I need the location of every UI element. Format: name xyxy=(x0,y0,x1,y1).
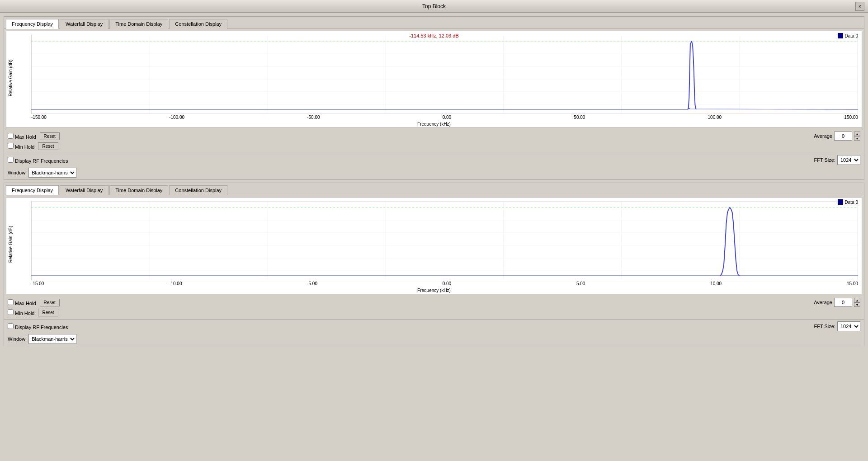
title-bar: Top Block × xyxy=(0,0,868,13)
svg-rect-22 xyxy=(31,35,858,114)
average-section-1: Average 0 ▲ ▼ xyxy=(814,132,860,141)
x-axis-label-1: Frequency (kHz) xyxy=(6,121,862,127)
min-hold-reset-2[interactable]: Reset xyxy=(38,309,58,316)
min-hold-checkbox-1[interactable] xyxy=(8,143,14,149)
legend-2: Data 0 xyxy=(838,199,858,205)
min-hold-reset-1[interactable]: Reset xyxy=(38,142,58,150)
legend-label-2: Data 0 xyxy=(845,200,858,205)
average-section-2: Average 0 ▲ ▼ xyxy=(814,298,860,307)
tab-1-waterfall[interactable]: Waterfall Display xyxy=(60,19,108,29)
controls-2: Max Hold Reset Average 0 ▲ ▼ Min Hold xyxy=(4,296,864,318)
min-hold-label-2: Min Hold xyxy=(8,309,34,316)
max-hold-checkbox-1[interactable] xyxy=(8,133,14,139)
min-hold-checkbox-2[interactable] xyxy=(8,309,14,315)
rf-freq-checkbox-2[interactable] xyxy=(8,323,14,329)
tab-2-timedomain[interactable]: Time Domain Display xyxy=(109,185,168,195)
tab-2-constellation[interactable]: Constellation Display xyxy=(169,185,227,195)
fft-size-select-2[interactable]: 1024 512 2048 4096 xyxy=(837,321,860,331)
panel-2: Frequency Display Waterfall Display Time… xyxy=(4,183,864,346)
avg-spin-down-1[interactable]: ▼ xyxy=(854,136,860,141)
window-select-1[interactable]: Blackman-harris Hamming Hanning Rectangu… xyxy=(28,168,76,178)
window-row-1: Window: Blackman-harris Hamming Hanning … xyxy=(4,167,864,179)
tab-bar-2: Frequency Display Waterfall Display Time… xyxy=(4,183,864,195)
window-select-2[interactable]: Blackman-harris Hamming Hanning Rectangu… xyxy=(28,334,76,344)
tab-1-timedomain[interactable]: Time Domain Display xyxy=(109,19,168,29)
tab-2-frequency[interactable]: Frequency Display xyxy=(6,185,59,195)
bottom-controls-1: Display RF Frequencies FFT Size: 1024 51… xyxy=(4,154,864,167)
close-button[interactable]: × xyxy=(855,2,864,11)
panel-1: Frequency Display Waterfall Display Time… xyxy=(4,16,864,180)
window-row-2: Window: Blackman-harris Hamming Hanning … xyxy=(4,333,864,346)
fft-size-select-1[interactable]: 1024 512 2048 4096 xyxy=(837,155,860,165)
legend-box-2 xyxy=(838,199,843,205)
chart-svg-2 xyxy=(31,201,858,280)
fft-section-2: FFT Size: 1024 512 2048 4096 xyxy=(814,321,860,331)
y-axis-label-2: Relative Gain (dB) xyxy=(9,226,14,263)
average-input-2[interactable]: 0 xyxy=(834,298,852,307)
x-ticks-1: -150.00 -100.00 -50.00 0.00 50.00 100.00… xyxy=(31,114,858,121)
tab-1-frequency[interactable]: Frequency Display xyxy=(6,19,59,29)
x-ticks-2: -15.00 -10.00 -5.00 0.00 5.00 10.00 15.0… xyxy=(31,280,858,287)
fft-section-1: FFT Size: 1024 512 2048 4096 xyxy=(814,155,860,165)
cursor-label-1: -114.53 kHz, 12.03 dB xyxy=(409,33,458,38)
rf-freq-checkbox-1[interactable] xyxy=(8,157,14,163)
main-content: Frequency Display Waterfall Display Time… xyxy=(0,13,868,353)
chart-svg-1: 0 -20 -40 -60 -80 -100 -120 xyxy=(31,35,858,114)
legend-label-1: Data 0 xyxy=(845,33,858,38)
average-input-1[interactable]: 0 xyxy=(834,132,852,141)
rf-freq-label-2: Display RF Frequencies xyxy=(8,323,68,330)
x-axis-label-2: Frequency (kHz) xyxy=(6,287,862,294)
svg-rect-37 xyxy=(31,201,858,280)
rf-freq-label-1: Display RF Frequencies xyxy=(8,157,68,164)
max-hold-label-1: Max Hold xyxy=(8,133,36,140)
min-hold-label-1: Min Hold xyxy=(8,143,34,150)
bottom-controls-2: Display RF Frequencies FFT Size: 1024 51… xyxy=(4,320,864,333)
max-hold-checkbox-2[interactable] xyxy=(8,299,14,305)
controls-1: Max Hold Reset Average 0 ▲ ▼ Min Hold xyxy=(4,130,864,152)
legend-box-1 xyxy=(838,33,843,38)
max-hold-reset-2[interactable]: Reset xyxy=(40,299,60,306)
avg-spin-down-2[interactable]: ▼ xyxy=(854,302,860,307)
chart-area-2: Data 0 Relative Gain (dB) xyxy=(6,197,862,294)
max-hold-reset-1[interactable]: Reset xyxy=(40,132,60,140)
avg-spin-up-1[interactable]: ▲ xyxy=(854,132,860,136)
max-hold-label-2: Max Hold xyxy=(8,299,36,306)
window-title: Top Block xyxy=(422,3,446,9)
tab-1-constellation[interactable]: Constellation Display xyxy=(169,19,227,29)
avg-spinner-2: ▲ ▼ xyxy=(854,298,860,307)
y-axis-label-1: Relative Gain (dB) xyxy=(9,59,14,96)
legend-1: Data 0 xyxy=(838,33,858,38)
tab-2-waterfall[interactable]: Waterfall Display xyxy=(60,185,108,195)
chart-area-1: -114.53 kHz, 12.03 dB Data 0 Relative Ga… xyxy=(6,31,862,128)
avg-spinner-1: ▲ ▼ xyxy=(854,132,860,141)
tab-bar-1: Frequency Display Waterfall Display Time… xyxy=(4,17,864,29)
avg-spin-up-2[interactable]: ▲ xyxy=(854,298,860,302)
